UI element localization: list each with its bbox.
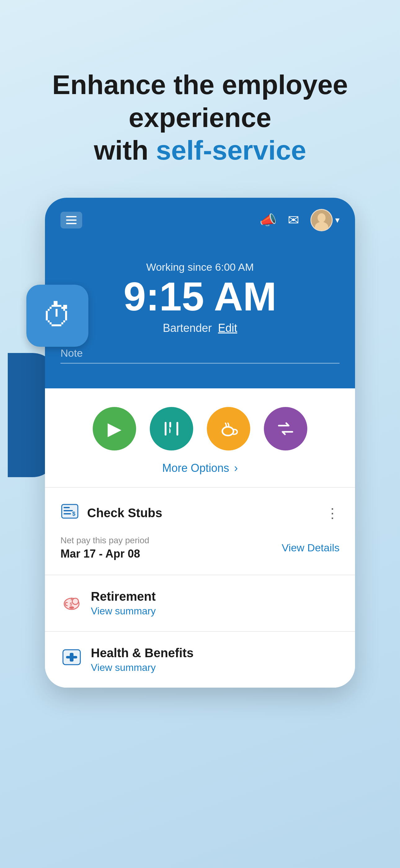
menu-line (66, 216, 76, 217)
role-edit-row: Bartender Edit (61, 321, 339, 335)
phone-frame: 📣 ✉ ▾ Working since 6:00 AM 9:15 AM (45, 198, 355, 688)
role-label: Bartender (163, 321, 212, 335)
health-benefits-view-summary[interactable]: View summary (91, 662, 194, 673)
retirement-text: Retirement View summary (91, 590, 156, 617)
more-options-label: More Options (162, 462, 229, 474)
health-benefits-title-row: Health & Benefits View summary (61, 646, 339, 673)
svg-rect-4 (169, 422, 171, 428)
timer-badge: ⏱ (26, 285, 88, 347)
action-section: ▶ (45, 389, 355, 487)
retirement-card: $ Retirement View summary (45, 575, 355, 631)
check-stubs-info: Net pay this pay period Mar 17 - Apr 08 (61, 535, 149, 560)
svg-rect-18 (66, 656, 77, 658)
retirement-title-row: $ Retirement View summary (61, 590, 339, 617)
svg-text:$: $ (72, 511, 75, 517)
svg-rect-5 (176, 422, 178, 436)
health-benefits-title: Health & Benefits (91, 646, 194, 660)
meal-button[interactable] (150, 407, 193, 451)
net-pay-label: Net pay this pay period (61, 535, 149, 546)
svg-text:$: $ (70, 602, 72, 607)
nav-icon-group: 📣 ✉ ▾ (260, 209, 339, 231)
svg-point-6 (222, 427, 233, 436)
hero-section: Enhance the employee experience with sel… (0, 68, 400, 167)
retirement-icon: $ (61, 590, 83, 616)
svg-rect-8 (64, 507, 70, 508)
check-stubs-card: $ Check Stubs ⋮ Net pay this pay period … (45, 487, 355, 575)
avatar-chevron-icon: ▾ (335, 215, 339, 225)
svg-point-1 (318, 213, 326, 222)
hero-line1: Enhance the employee experience (52, 69, 348, 133)
health-benefits-card: Health & Benefits View summary (45, 631, 355, 688)
retirement-view-summary[interactable]: View summary (91, 606, 156, 617)
avatar-container[interactable]: ▾ (310, 209, 339, 231)
check-stubs-detail: Net pay this pay period Mar 17 - Apr 08 … (61, 535, 339, 560)
mail-icon[interactable]: ✉ (288, 212, 299, 228)
edit-link[interactable]: Edit (218, 321, 237, 335)
note-input-wrap (61, 347, 339, 364)
clock-section: Working since 6:00 AM 9:15 AM Bartender … (45, 243, 355, 389)
check-stubs-icon: $ (61, 502, 79, 524)
svg-rect-3 (165, 422, 167, 436)
announcement-icon[interactable]: 📣 (260, 212, 276, 228)
more-options-chevron-icon: › (234, 462, 238, 475)
timer-icon: ⏱ (42, 298, 73, 333)
retirement-title: Retirement (91, 590, 156, 603)
play-button[interactable]: ▶ (93, 407, 136, 451)
svg-rect-9 (64, 510, 73, 511)
svg-rect-10 (64, 513, 71, 515)
menu-button[interactable] (61, 212, 82, 228)
view-details-link[interactable]: View Details (282, 542, 339, 554)
hero-line2-plain: with (94, 135, 156, 165)
check-stubs-header: $ Check Stubs ⋮ (61, 502, 339, 524)
phone-container: ⏱ 📣 ✉ (45, 198, 355, 688)
nav-bar: 📣 ✉ ▾ (45, 198, 355, 243)
check-stubs-title: Check Stubs (87, 506, 162, 520)
action-buttons-group: ▶ (61, 407, 339, 451)
swap-button[interactable] (264, 407, 307, 451)
menu-line (66, 223, 76, 224)
menu-line (66, 219, 76, 221)
hero-highlight: self-service (156, 135, 306, 165)
check-stubs-title-row: $ Check Stubs (61, 502, 162, 524)
note-input[interactable] (61, 347, 339, 364)
break-button[interactable] (207, 407, 250, 451)
avatar (310, 209, 333, 231)
check-stubs-more-menu[interactable]: ⋮ (326, 505, 339, 521)
working-since-label: Working since 6:00 AM (61, 261, 339, 273)
date-range-value: Mar 17 - Apr 08 (61, 547, 149, 560)
time-display: 9:15 AM (61, 276, 339, 317)
health-benefits-text: Health & Benefits View summary (91, 646, 194, 673)
svg-point-14 (69, 606, 74, 609)
svg-point-13 (72, 598, 78, 604)
more-options-link[interactable]: More Options › (61, 462, 339, 475)
health-icon (61, 646, 83, 673)
